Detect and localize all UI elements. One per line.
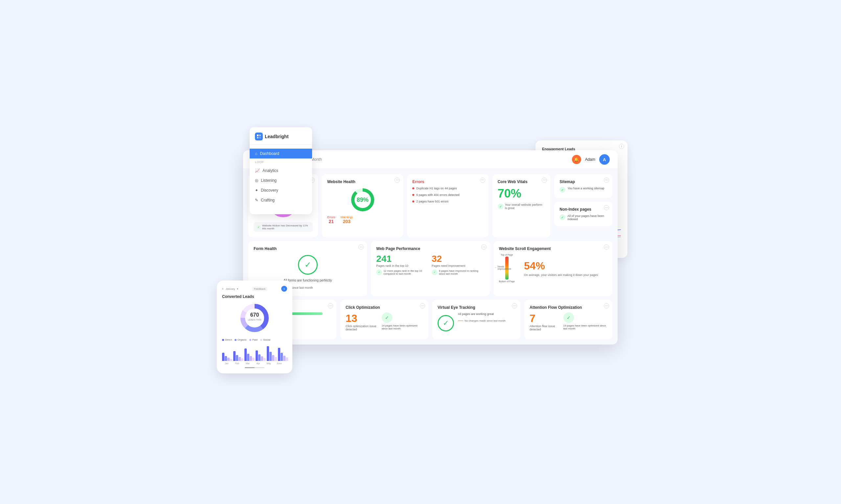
sidebar-item-discovery[interactable]: ✦ Discovery — [250, 185, 312, 195]
errors-count: Errors 21 — [327, 216, 336, 224]
check-icon: ✓ — [256, 225, 261, 229]
loop-section-label: LOOP — [250, 159, 312, 166]
right-column: ⋯ Sitemap ✓ You have a working sitemap ⋯… — [554, 174, 612, 237]
errors-list: Duplicate H1 tags on 44 pages 6 pages wi… — [412, 187, 483, 203]
attention-left: 7 Attention flow issue detected — [530, 312, 560, 331]
svg-rect-7 — [259, 134, 261, 136]
eye-check-area: ✓ — [437, 312, 454, 334]
sidebar-item-crafting[interactable]: ✎ Crafting — [250, 195, 312, 205]
info-btn-vitals[interactable]: ⋯ — [542, 178, 547, 183]
legend-dot-direct — [222, 339, 224, 341]
legend-organic: Organic — [235, 338, 247, 341]
scroll-layout: Top of Page ← Needs Improvement Bottom o… — [499, 254, 607, 283]
scene: i Engagement Leads 2450 LEADS THIS MONTH… — [223, 137, 618, 367]
info-btn-access[interactable]: ⋯ — [328, 303, 333, 308]
scroll-title: Website Scroll Engagement — [499, 247, 607, 251]
click-layout: 13 Click optimization issue detected ✓ 1… — [346, 312, 423, 331]
legend-dot-social — [260, 339, 262, 341]
sidebar-item-dashboard[interactable]: ⌂ Dashboard — [250, 149, 312, 159]
vitals-check-icon: ✓ — [498, 203, 504, 209]
mobile-feedback[interactable]: Feedback — [252, 287, 268, 291]
listening-icon: ◎ — [255, 178, 258, 183]
perf-title: Web Page Performance — [376, 247, 484, 251]
perf-improve: 32 Pages need improvement ✓ 8 pages have… — [432, 254, 484, 275]
perf-rank-check: ✓ — [376, 269, 382, 275]
health-circle: 89% — [349, 187, 376, 213]
sidebar-item-listening[interactable]: ◎ Listening — [250, 176, 312, 185]
home-icon: ⌂ — [255, 151, 257, 156]
sitemap-message: ✓ You have a working sitemap — [560, 187, 607, 193]
row-2: ⋯ Form Health ✓ All forms are functionin… — [248, 241, 612, 296]
svg-rect-6 — [257, 134, 259, 136]
info-btn-eye[interactable]: ⋯ — [512, 303, 517, 308]
info-btn-sitemap[interactable]: ⋯ — [604, 178, 609, 183]
info-btn-form[interactable]: ⋯ — [358, 245, 364, 250]
mobile-scrollbar[interactable] — [245, 367, 264, 368]
notification-icon[interactable]: 🔔 — [572, 155, 581, 164]
info-btn-scroll[interactable]: ⋯ — [604, 245, 609, 250]
discovery-icon: ✦ — [255, 188, 258, 193]
legend-social: Social — [260, 338, 270, 341]
error-item-3: 2 pages have 501 errors — [412, 200, 483, 203]
virtual-eye-card: ⋯ Virtual Eye Tracking ✓ All pages are w… — [432, 300, 520, 339]
info-btn-engagement[interactable]: i — [619, 144, 624, 149]
error-dot-1 — [412, 187, 414, 189]
info-btn-nonindex[interactable]: ⋯ — [604, 205, 609, 210]
click-check-icon: ✓ — [382, 312, 392, 323]
website-health-card: ⋯ Website Health 89% Error — [322, 174, 403, 237]
vitals-sub: ✓ Your overall website perform is great — [498, 203, 545, 210]
attention-check-icon: ✓ — [563, 312, 574, 323]
crafting-icon: ✎ — [255, 198, 258, 202]
warnings-count: Warnings 203 — [341, 216, 353, 224]
info-btn-errors[interactable]: ⋯ — [480, 178, 485, 183]
sitemap-card: ⋯ Sitemap ✓ You have a working sitemap — [554, 174, 612, 198]
info-btn-health[interactable]: ⋯ — [395, 178, 400, 183]
mobile-topbar: ≡ January ▾ Feedback t — [222, 286, 287, 292]
vitals-title: Core Web Vitals — [498, 179, 545, 184]
sidebar-item-analytics[interactable]: 📈 Analytics — [250, 166, 312, 176]
sidebar-popup: Leadbright ⌂ Dashboard LOOP 📈 Analytics … — [250, 127, 312, 214]
mobile-scrollbar-thumb — [245, 367, 255, 368]
mobile-month-selector[interactable]: ≡ January ▾ — [222, 287, 238, 290]
mobile-legend: Direct Organic Paid Social — [222, 338, 287, 341]
error-item-1: Duplicate H1 tags on 44 pages — [412, 187, 483, 190]
topbar-right: 🔔 Adam A — [572, 154, 610, 165]
eye-check-icon: ✓ — [437, 315, 454, 331]
error-dot-3 — [412, 200, 414, 202]
form-check-icon: ✓ — [298, 255, 318, 275]
info-btn-attention[interactable]: ⋯ — [604, 303, 609, 308]
needs-improvement-label: ← Needs Improvement — [495, 266, 511, 270]
perf-improve-check: ✓ — [432, 269, 437, 275]
perf-improve-sub: ✓ 8 pages have improved in ranking since… — [432, 269, 484, 275]
sidebar-logo: Leadbright — [250, 132, 312, 145]
user-avatar[interactable]: A — [599, 154, 610, 165]
attention-flow-card: ⋯ Attention Flow Optimization 7 Attentio… — [524, 300, 612, 339]
svg-text:LEADS THIS: LEADS THIS — [248, 319, 261, 321]
non-index-message: ✓ All of your pages have been indexed — [560, 214, 607, 221]
mobile-bar-chart — [222, 344, 287, 361]
scroll-engagement-card: ⋯ Website Scroll Engagement Top of Page … — [494, 241, 612, 296]
brand-icon — [255, 132, 263, 141]
form-health-title: Form Health — [254, 247, 362, 251]
non-index-title: Non-Index pages — [560, 207, 607, 212]
svg-text:670: 670 — [250, 312, 259, 318]
attention-title: Attention Flow Optimization — [530, 305, 607, 310]
scroll-bar-area: Top of Page ← Needs Improvement Bottom o… — [499, 254, 515, 283]
info-btn-click[interactable]: ⋯ — [420, 303, 425, 308]
mobile-card: ≡ January ▾ Feedback t Converted Leads 6… — [217, 281, 292, 373]
click-optimization-card: ⋯ Click Optimization 13 Click optimizati… — [340, 300, 428, 339]
friction-badge: ✓ Website friction has Decreased by 11% … — [254, 222, 313, 232]
user-name: Adam — [585, 157, 595, 162]
error-dot-2 — [412, 194, 414, 196]
mobile-card-title: Converted Leads — [222, 294, 287, 299]
info-btn-perf[interactable]: ⋯ — [481, 245, 486, 250]
eye-sub: — No changes made since last month — [458, 318, 505, 324]
legend-dot-organic — [235, 339, 237, 341]
scroll-stats: 54% On average, your visitors are making… — [517, 260, 607, 276]
virtual-eye-title: Virtual Eye Tracking — [437, 305, 515, 310]
eye-info: All pages are working great — No changes… — [458, 312, 505, 324]
mobile-donut-svg: 670 LEADS THIS — [238, 302, 271, 335]
website-health-title: Website Health — [327, 179, 398, 184]
svg-rect-9 — [259, 137, 261, 139]
errors-title: Errors — [412, 179, 483, 184]
